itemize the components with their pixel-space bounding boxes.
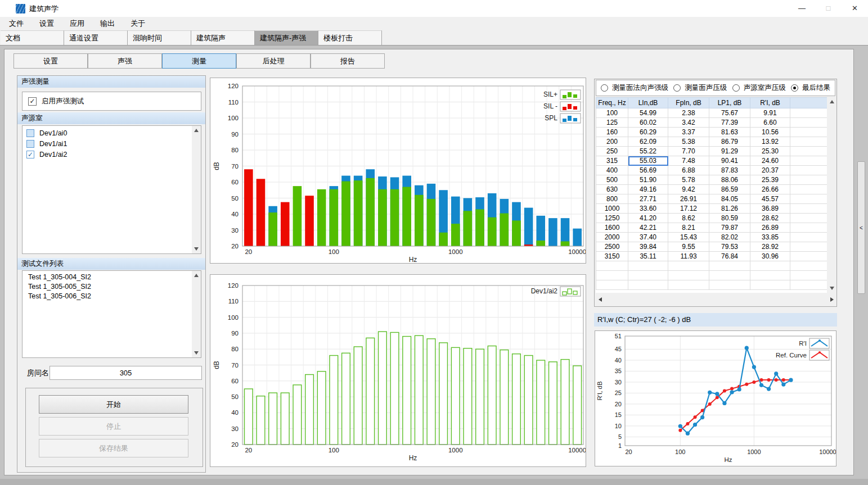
sub-tab-0[interactable]: 设置: [14, 53, 88, 69]
table-cell[interactable]: 36.89: [750, 204, 790, 214]
test-file-item-1[interactable]: Test 1_305-005_SI2: [23, 282, 201, 292]
table-cell[interactable]: 200: [596, 137, 628, 147]
table-cell[interactable]: 8.21: [668, 223, 709, 233]
table-cell[interactable]: 800: [596, 194, 628, 204]
table-cell[interactable]: 9.42: [668, 185, 709, 194]
menu-item-2[interactable]: 应用: [62, 17, 92, 30]
table-cell[interactable]: 3150: [596, 252, 628, 261]
channel-checkbox[interactable]: [26, 129, 34, 137]
table-cell[interactable]: 79.53: [709, 242, 750, 252]
table-cell[interactable]: [790, 175, 827, 185]
table-cell[interactable]: [790, 194, 827, 204]
table-cell[interactable]: 125: [596, 118, 628, 128]
table-cell[interactable]: [790, 252, 827, 261]
table-cell[interactable]: 42.21: [628, 223, 668, 233]
file-list-scrollbar[interactable]: [192, 271, 201, 357]
source-list-scrollbar[interactable]: [192, 126, 201, 253]
scroll-up-icon[interactable]: [194, 129, 199, 132]
sub-tab-3[interactable]: 后处理: [236, 53, 311, 69]
table-cell[interactable]: 5.38: [668, 137, 709, 147]
table-cell[interactable]: 25.39: [750, 175, 790, 185]
table-cell[interactable]: 20.37: [750, 166, 790, 175]
table-cell[interactable]: 45.57: [750, 194, 790, 204]
radio-icon[interactable]: [673, 84, 681, 92]
source-room-item-2[interactable]: ✓Dev1/ai2: [23, 149, 201, 160]
table-cell[interactable]: 100: [596, 108, 628, 118]
table-cell[interactable]: 41.20: [628, 214, 668, 223]
source-room-item-0[interactable]: Dev1/ai0: [23, 128, 201, 138]
table-cell[interactable]: [790, 118, 827, 128]
table-cell[interactable]: 10.56: [750, 128, 790, 137]
column-header-4[interactable]: R'I, dB: [750, 98, 790, 108]
table-cell[interactable]: 1600: [596, 223, 628, 233]
table-cell[interactable]: 86.79: [709, 137, 750, 147]
enable-test-checkbox[interactable]: ✓: [28, 97, 37, 106]
table-cell[interactable]: 39.84: [628, 242, 668, 252]
table-cell[interactable]: 81.26: [709, 204, 750, 214]
table-cell[interactable]: 87.83: [709, 166, 750, 175]
table-cell[interactable]: 56.69: [628, 166, 668, 175]
table-cell[interactable]: 2.38: [668, 108, 709, 118]
radio-icon[interactable]: [601, 84, 608, 92]
table-cell[interactable]: 82.02: [709, 233, 750, 242]
table-cell[interactable]: [790, 214, 827, 223]
table-cell[interactable]: 26.91: [668, 194, 709, 204]
table-cell[interactable]: 81.63: [709, 128, 750, 137]
table-cell[interactable]: 84.05: [709, 194, 750, 204]
start-button[interactable]: 开始: [39, 395, 188, 414]
table-cell[interactable]: 30.96: [750, 252, 790, 261]
column-header-5[interactable]: [790, 98, 827, 108]
table-cell[interactable]: 27.71: [628, 194, 668, 204]
table-cell[interactable]: 26.89: [750, 223, 790, 233]
table-cell[interactable]: 11.93: [668, 252, 709, 261]
main-tab-4[interactable]: 建筑隔声-声强: [255, 30, 318, 45]
table-cell[interactable]: 17.12: [668, 204, 709, 214]
menu-item-4[interactable]: 关于: [123, 17, 153, 30]
table-cell[interactable]: 15.43: [668, 233, 709, 242]
radio-option-2[interactable]: 声源室声压级: [732, 83, 786, 93]
table-cell[interactable]: 5.78: [668, 175, 709, 185]
table-vertical-scrollbar[interactable]: [827, 97, 836, 293]
table-cell[interactable]: 315: [596, 156, 628, 166]
table-cell[interactable]: 75.67: [709, 108, 750, 118]
table-cell[interactable]: 77.39: [709, 118, 750, 128]
table-cell[interactable]: 86.59: [709, 185, 750, 194]
table-cell[interactable]: 28.92: [750, 242, 790, 252]
table-cell[interactable]: 49.16: [628, 185, 668, 194]
test-file-item-2[interactable]: Test 1_305-006_SI2: [23, 292, 201, 301]
minimize-button[interactable]: —: [789, 0, 815, 17]
table-cell[interactable]: 400: [596, 166, 628, 175]
table-cell[interactable]: 13.92: [750, 137, 790, 147]
table-cell[interactable]: 25.30: [750, 147, 790, 156]
table-cell[interactable]: 51.90: [628, 175, 668, 185]
sub-tab-4[interactable]: 报告: [311, 53, 385, 69]
source-room-item-1[interactable]: Dev1/ai1: [23, 138, 201, 149]
table-cell[interactable]: 2000: [596, 233, 628, 242]
table-cell[interactable]: 33.60: [628, 204, 668, 214]
test-file-item-0[interactable]: Test 1_305-004_SI2: [23, 273, 201, 282]
radio-icon[interactable]: [732, 84, 740, 92]
table-cell[interactable]: 55.22: [628, 147, 668, 156]
scroll-down-icon[interactable]: [194, 351, 199, 355]
main-tab-1[interactable]: 通道设置: [64, 30, 128, 45]
menu-item-3[interactable]: 输出: [92, 17, 123, 30]
table-cell[interactable]: 3.42: [668, 118, 709, 128]
table-cell[interactable]: 500: [596, 175, 628, 185]
scroll-down-icon[interactable]: [194, 247, 199, 251]
table-cell[interactable]: 91.29: [709, 147, 750, 156]
table-cell[interactable]: 1000: [596, 204, 628, 214]
table-horizontal-scrollbar[interactable]: [596, 294, 836, 305]
table-cell[interactable]: 9.55: [668, 242, 709, 252]
close-button[interactable]: ✕: [842, 0, 868, 17]
table-cell[interactable]: 90.41: [709, 156, 750, 166]
table-cell[interactable]: 35.11: [628, 252, 668, 261]
column-header-2[interactable]: FpIn, dB: [668, 98, 709, 108]
table-cell[interactable]: 7.48: [668, 156, 709, 166]
table-cell[interactable]: 37.40: [628, 233, 668, 242]
enable-test-row[interactable]: ✓ 启用声强测试: [22, 92, 201, 111]
radio-icon[interactable]: [791, 84, 798, 92]
table-cell[interactable]: 33.85: [750, 233, 790, 242]
column-header-0[interactable]: Freq., Hz: [596, 98, 628, 108]
table-cell[interactable]: [790, 233, 827, 242]
table-cell[interactable]: [790, 147, 827, 156]
